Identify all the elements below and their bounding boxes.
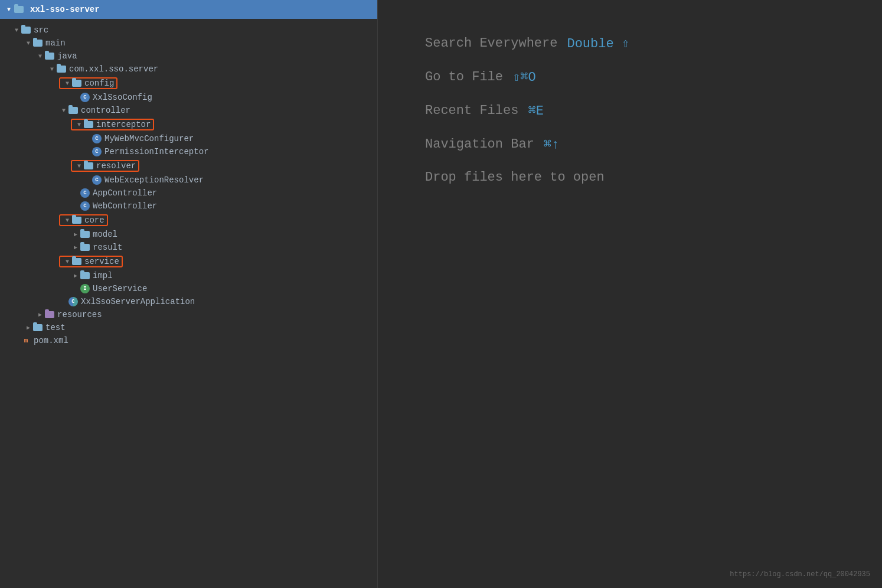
shortcut-key-go-to-file: ⇧⌘O <box>512 69 536 85</box>
label-package: com.xxl.sso.server <box>69 64 158 74</box>
label-WebController: WebController <box>93 201 157 211</box>
shortcut-key-navigation-bar: ⌘↑ <box>544 136 559 152</box>
label-UserService: UserService <box>93 284 147 293</box>
folder-icon-main <box>33 40 43 47</box>
tree-item-WebController[interactable]: C WebController <box>0 200 377 213</box>
folder-icon-java <box>45 53 54 60</box>
tree-item-WebExceptionResolver[interactable]: C WebExceptionResolver <box>0 174 377 187</box>
tree-item-XxlSsoConfig[interactable]: C XxlSsoConfig <box>0 91 377 104</box>
shortcut-label-search-everywhere: Search Everywhere <box>425 36 557 51</box>
label-PermissionInterceptor: PermissionInterceptor <box>104 147 208 156</box>
folder-icon-model <box>80 231 90 238</box>
shortcut-go-to-file: Go to File ⇧⌘O <box>425 69 835 85</box>
label-resolver: resolver <box>96 161 136 171</box>
arrow-model <box>71 231 80 238</box>
folder-icon-interceptor <box>84 121 93 128</box>
arrow-config <box>63 80 72 87</box>
class-icon-PermissionInterceptor: C <box>92 147 102 156</box>
class-icon-XxlSsoServerApplication: C <box>68 297 78 306</box>
arrow-package <box>47 66 57 73</box>
tree-item-PermissionInterceptor[interactable]: C PermissionInterceptor <box>0 145 377 158</box>
folder-icon-service <box>72 258 81 265</box>
label-test: test <box>45 323 66 332</box>
arrow-interceptor <box>74 122 84 128</box>
root-arrow: ▼ <box>7 6 11 13</box>
tree-item-AppController[interactable]: C AppController <box>0 187 377 200</box>
class-icon-XxlSsoConfig: C <box>80 93 90 102</box>
tree-item-config[interactable]: config <box>0 76 377 91</box>
shortcut-label-go-to-file: Go to File <box>425 70 503 84</box>
label-core: core <box>84 215 104 225</box>
interface-icon-UserService: I <box>80 284 90 293</box>
label-src: src <box>34 25 48 35</box>
label-MyWebMvcConfigurer: MyWebMvcConfigurer <box>104 134 194 143</box>
tree-item-test[interactable]: test <box>0 321 377 334</box>
label-pom: pom.xml <box>34 336 68 345</box>
class-icon-WebExceptionResolver: C <box>92 175 102 185</box>
file-tree-panel: ▼ xxl-sso-server src main java co <box>0 0 378 588</box>
label-result: result <box>93 243 122 252</box>
footer-url: https://blog.csdn.net/qq_20042935 <box>730 570 870 579</box>
root-label: xxl-sso-server <box>30 5 100 14</box>
tree-item-src[interactable]: src <box>0 24 377 37</box>
folder-icon-config <box>72 80 81 87</box>
label-interceptor: interceptor <box>96 120 151 129</box>
folder-icon-test <box>33 324 43 331</box>
label-AppController: AppController <box>93 188 157 198</box>
shortcut-navigation-bar: Navigation Bar ⌘↑ <box>425 136 835 152</box>
class-icon-AppController: C <box>80 188 90 198</box>
arrow-src <box>12 27 21 34</box>
tree-item-impl[interactable]: impl <box>0 269 377 282</box>
folder-icon-impl <box>80 272 90 279</box>
tree-item-XxlSsoServerApplication[interactable]: C XxlSsoServerApplication <box>0 295 377 308</box>
folder-icon-src <box>21 27 31 34</box>
arrow-core <box>63 217 72 224</box>
tree-item-core[interactable]: core <box>0 213 377 228</box>
folder-icon-package <box>57 66 66 73</box>
tree-item-resources[interactable]: resources <box>0 308 377 321</box>
label-impl: impl <box>93 271 113 280</box>
arrow-test <box>24 324 33 331</box>
arrow-resolver <box>74 163 84 169</box>
shortcut-label-navigation-bar: Navigation Bar <box>425 137 534 152</box>
shortcut-label-recent-files: Recent Files <box>425 103 518 118</box>
tree-item-interceptor[interactable]: interceptor <box>0 117 377 132</box>
folder-icon-result <box>80 244 90 251</box>
arrow-main <box>24 40 33 47</box>
tree-root[interactable]: ▼ xxl-sso-server <box>0 0 377 19</box>
folder-icon-core <box>72 217 81 224</box>
tree-item-result[interactable]: result <box>0 241 377 254</box>
class-icon-WebController: C <box>80 201 90 211</box>
tree-item-java[interactable]: java <box>0 50 377 63</box>
shortcut-key-recent-files: ⌘E <box>528 103 543 119</box>
tree-item-pom[interactable]: m pom.xml <box>0 334 377 347</box>
label-WebExceptionResolver: WebExceptionResolver <box>104 175 204 185</box>
class-icon-MyWebMvcConfigurer: C <box>92 134 102 143</box>
tree-item-model[interactable]: model <box>0 228 377 241</box>
tree-item-controller[interactable]: controller <box>0 104 377 117</box>
tree-item-MyWebMvcConfigurer[interactable]: C MyWebMvcConfigurer <box>0 132 377 145</box>
tree-item-main[interactable]: main <box>0 37 377 50</box>
tree-item-resolver[interactable]: resolver <box>0 158 377 174</box>
label-XxlSsoServerApplication: XxlSsoServerApplication <box>81 297 195 306</box>
welcome-panel: Search Everywhere Double ⇧ Go to File ⇧⌘… <box>378 0 882 588</box>
label-model: model <box>93 230 117 239</box>
arrow-service <box>63 259 72 265</box>
shortcut-recent-files: Recent Files ⌘E <box>425 103 835 119</box>
shortcut-list: Search Everywhere Double ⇧ Go to File ⇧⌘… <box>425 35 835 185</box>
arrow-java <box>35 53 45 60</box>
label-main: main <box>45 38 66 48</box>
label-resources: resources <box>57 310 102 319</box>
arrow-impl <box>71 272 80 279</box>
tree-item-UserService[interactable]: I UserService <box>0 282 377 295</box>
arrow-result <box>71 244 80 251</box>
folder-icon-resolver <box>84 162 93 169</box>
shortcut-key-search-everywhere: Double ⇧ <box>567 35 629 51</box>
shortcut-drop-files: Drop files here to open <box>425 170 835 185</box>
arrow-controller <box>59 107 68 114</box>
tree-item-service[interactable]: service <box>0 254 377 269</box>
shortcut-search-everywhere: Search Everywhere Double ⇧ <box>425 35 835 51</box>
tree-item-package[interactable]: com.xxl.sso.server <box>0 63 377 76</box>
xml-icon-pom: m <box>21 336 31 345</box>
shortcut-label-drop-files: Drop files here to open <box>425 170 605 185</box>
